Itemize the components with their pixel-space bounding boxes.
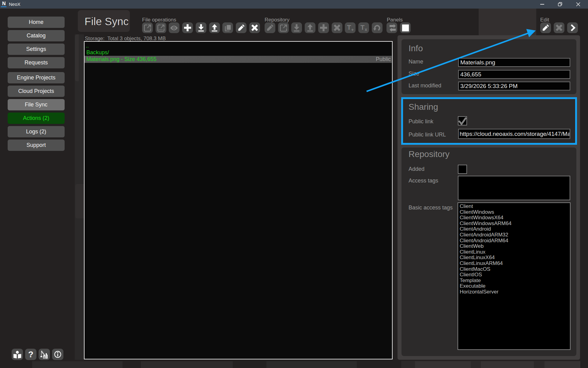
svg-text:?: ?	[28, 350, 33, 359]
